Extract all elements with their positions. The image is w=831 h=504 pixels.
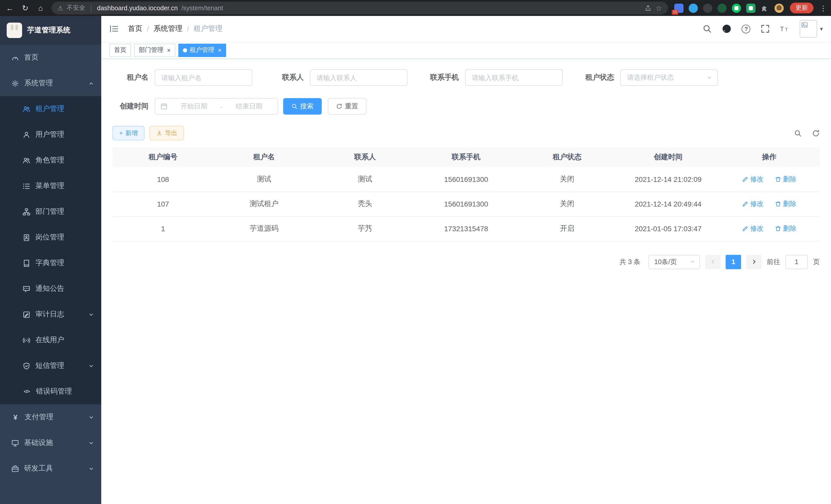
- sidebar-item-notice[interactable]: 通知公告: [0, 276, 101, 302]
- log-icon: [23, 310, 30, 318]
- breadcrumb-system[interactable]: 系统管理: [154, 24, 182, 33]
- tab-dept[interactable]: 部门管理 ×: [134, 43, 175, 57]
- browser-extensions: 10: [674, 3, 784, 12]
- user-avatar[interactable]: ▾: [800, 20, 823, 37]
- status-select[interactable]: 请选择租户状态: [620, 69, 718, 86]
- sidebar-toggle-icon[interactable]: [110, 24, 119, 33]
- sidebar-item-infra[interactable]: 基础设施: [0, 430, 101, 456]
- tenant-name-input[interactable]: [155, 69, 252, 86]
- share-icon[interactable]: [645, 4, 652, 11]
- date-range-picker[interactable]: 开始日期 - 结束日期: [155, 98, 278, 115]
- pagination: 共 3 条 10条/页 1 前往 页: [113, 255, 820, 269]
- close-icon[interactable]: ×: [218, 47, 222, 53]
- update-button[interactable]: 更新: [790, 3, 813, 13]
- search-icon: [291, 103, 297, 110]
- font-size-icon[interactable]: TT: [780, 24, 790, 33]
- chevron-down-icon: [707, 75, 712, 80]
- sidebar-item-post[interactable]: 岗位管理: [0, 225, 101, 250]
- sidebar-item-label: 短信管理: [35, 361, 64, 370]
- sidebar-item-home[interactable]: 首页: [0, 45, 101, 70]
- sidebar-item-error-code[interactable]: </> 错误码管理: [0, 379, 101, 404]
- search-button[interactable]: 搜索: [283, 98, 322, 115]
- extension-icon-3[interactable]: [703, 3, 712, 12]
- cell-contact: 芋艿: [315, 216, 416, 241]
- sidebar-item-payment[interactable]: ¥ 支付管理: [0, 404, 101, 430]
- extension-icon-5[interactable]: [732, 3, 741, 12]
- monitor-icon: [11, 439, 19, 447]
- page-number-button[interactable]: 1: [726, 255, 741, 269]
- search-toggle-icon[interactable]: [794, 129, 802, 137]
- pencil-icon: [742, 201, 748, 207]
- goto-page-input[interactable]: [785, 255, 808, 269]
- extension-icon-2[interactable]: [689, 3, 698, 12]
- sidebar-item-dept[interactable]: 部门管理: [0, 199, 101, 225]
- url-bar[interactable]: ⚠ 不安全 dashboard.yudao.iocoder.cn /system…: [51, 2, 668, 14]
- home-icon[interactable]: ⌂: [36, 4, 45, 12]
- chevron-down-icon: [88, 414, 94, 420]
- sidebar-item-role[interactable]: 角色管理: [0, 147, 101, 173]
- sidebar-logo[interactable]: 芋道管理系统: [0, 16, 101, 45]
- next-page-button[interactable]: [746, 255, 762, 269]
- tenant-table: 租户编号 租户名 联系人 联系手机 租户状态 创建时间 操作 108 测试: [113, 147, 820, 241]
- pencil-icon: [742, 176, 748, 182]
- delete-link[interactable]: 删除: [775, 224, 796, 233]
- sidebar-item-user[interactable]: 用户管理: [0, 122, 101, 147]
- fullscreen-icon[interactable]: [761, 24, 770, 33]
- edit-link[interactable]: 修改: [742, 224, 764, 233]
- extensions-puzzle-icon[interactable]: [761, 4, 769, 12]
- reset-button[interactable]: 重置: [328, 98, 366, 115]
- bookmark-star-icon[interactable]: ☆: [656, 4, 662, 12]
- extension-badge: 10: [672, 9, 678, 14]
- goto-label: 前往: [767, 257, 780, 266]
- tab-tenant[interactable]: 租户管理 ×: [178, 43, 226, 57]
- extension-icon-4[interactable]: [717, 3, 727, 12]
- phone-input[interactable]: [465, 69, 563, 86]
- tags-view: 首页 部门管理 × 租户管理 ×: [101, 41, 831, 59]
- extension-icon-1[interactable]: 10: [674, 3, 684, 12]
- tab-label: 首页: [114, 46, 126, 55]
- extension-icon-6[interactable]: [746, 3, 755, 12]
- back-icon[interactable]: ←: [5, 4, 15, 12]
- sidebar-item-sms[interactable]: 短信管理: [0, 353, 101, 379]
- github-icon[interactable]: [722, 24, 732, 33]
- page-size-select[interactable]: 10条/页: [649, 255, 700, 269]
- sidebar-item-audit-log[interactable]: 审计日志: [0, 302, 101, 327]
- cell-tenant-name: 测试租户: [213, 191, 315, 216]
- help-icon[interactable]: ?: [742, 24, 751, 33]
- refresh-icon[interactable]: [812, 129, 820, 137]
- search-icon[interactable]: [703, 24, 712, 33]
- table-row: 1 芋道源码 芋艿 17321315478 开启 2021-01-05 17:0…: [113, 216, 820, 241]
- reload-icon[interactable]: ↻: [21, 3, 30, 12]
- add-button[interactable]: + 新增: [113, 126, 144, 140]
- sidebar-item-devtools[interactable]: 研发工具: [0, 456, 101, 481]
- export-button[interactable]: 导出: [149, 126, 184, 140]
- contact-input[interactable]: [310, 69, 407, 86]
- sidebar-item-label: 首页: [24, 53, 38, 62]
- delete-link[interactable]: 删除: [775, 199, 796, 209]
- prev-page-button[interactable]: [705, 255, 720, 269]
- delete-label: 删除: [783, 224, 796, 233]
- profile-avatar-icon[interactable]: [774, 3, 784, 12]
- page-unit-label: 页: [813, 257, 820, 266]
- cell-created: 2021-12-14 21:02:09: [618, 167, 719, 191]
- column-header: 操作: [719, 147, 820, 167]
- sidebar-item-menu[interactable]: 菜单管理: [0, 173, 101, 199]
- tab-label: 租户管理: [190, 46, 214, 55]
- breadcrumb-home[interactable]: 首页: [128, 24, 142, 33]
- toolbox-icon: [11, 465, 19, 472]
- edit-link[interactable]: 修改: [742, 199, 764, 209]
- sidebar-item-dict[interactable]: 字典管理: [0, 250, 101, 276]
- security-label[interactable]: 不安全: [67, 4, 85, 12]
- sidebar-item-tenant[interactable]: 租户管理: [0, 96, 101, 122]
- browser-menu-icon[interactable]: ⋮: [820, 4, 826, 12]
- filter-label: 创建时间: [113, 102, 148, 111]
- delete-link[interactable]: 删除: [775, 175, 796, 184]
- cell-actions: 修改 删除: [719, 167, 820, 191]
- sidebar-item-label: 租户管理: [35, 104, 64, 114]
- tab-home[interactable]: 首页: [110, 43, 131, 57]
- chevron-up-icon: [88, 80, 94, 86]
- sidebar-item-online-users[interactable]: 在线用户: [0, 327, 101, 353]
- edit-link[interactable]: 修改: [742, 175, 764, 184]
- close-icon[interactable]: ×: [167, 47, 171, 53]
- sidebar-item-system[interactable]: 系统管理: [0, 70, 101, 96]
